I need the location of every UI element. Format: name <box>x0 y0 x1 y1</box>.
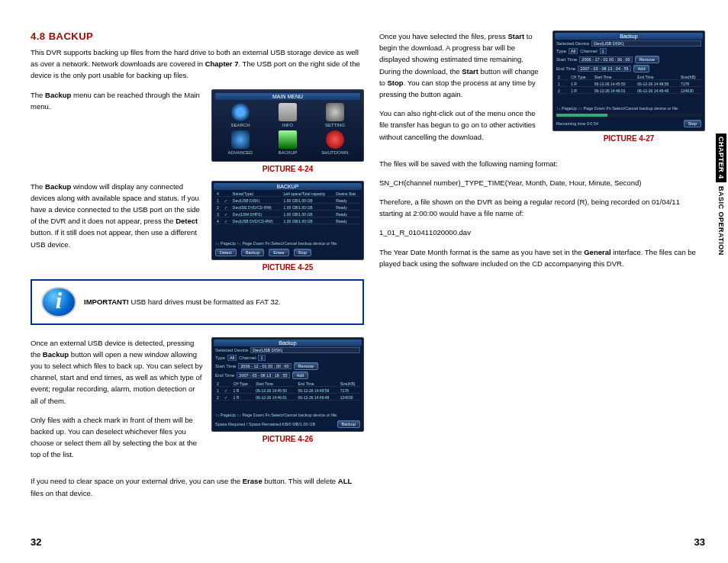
r1: Once you have selected the files, press … <box>379 31 545 100</box>
setting-icon <box>326 103 344 121</box>
backup-title-26: Backup <box>214 339 362 346</box>
file-table-27: 2CH TypeStart TimeEnd TimeSize(KB) 11 R0… <box>555 73 703 95</box>
r4: SN_CH(channel number)_TYPE_TIME(Year, Mo… <box>379 177 705 188</box>
backup-title-27: Backup <box>555 33 703 40</box>
p1: The Backup menu can be reached through t… <box>31 89 204 112</box>
r3: The files will be saved with the followi… <box>379 158 705 169</box>
table-row: 21 R06-12-26 14:46:0106-12-26 14:48:4812… <box>556 88 701 94</box>
erase-button: Erase <box>269 249 288 256</box>
menu-search: SEARCH <box>218 103 263 127</box>
search-icon <box>231 103 250 121</box>
menu-title: MAIN MENU <box>215 93 360 100</box>
table-row: 4✓Dev(USB DVD/CD-RW)1.00 GB/1.00 GBReady <box>215 219 360 224</box>
screenshot-4-25: BACKUP 4Name(Type)Left space/Total capac… <box>211 181 364 272</box>
important-box: IMPORTANT! USB hard drives must be forma… <box>31 279 364 325</box>
backup-icon <box>279 130 297 149</box>
menu-advanced: ADVANCED <box>218 130 263 155</box>
info-icon <box>279 103 297 121</box>
caption-4-26: PICTURE 4-26 <box>211 435 364 443</box>
backup-button-26: Backup <box>337 420 360 428</box>
r2: You can also right-click out of the menu… <box>379 108 545 143</box>
r5: Therefore, a file shown on the DVR as be… <box>379 196 705 219</box>
chapter-tab: CHAPTER 4 BASIC OPERATION <box>717 134 725 256</box>
detect-button: Detect <box>215 249 237 256</box>
backup-button: Backup <box>241 249 264 256</box>
p5: If you need to clear space on your exter… <box>31 475 364 498</box>
menu-shutdown: SHUTDOWN <box>313 130 357 155</box>
p4: Only files with a check mark in front of… <box>31 414 204 461</box>
caption-4-25: PICTURE 4-25 <box>211 263 364 272</box>
add-button: Add <box>292 372 309 379</box>
intro-bold: Chapter 7 <box>205 60 239 68</box>
screenshot-4-24: MAIN MENU SEARCH INFO SETTING ADVANCED B… <box>211 89 364 173</box>
add-button-27: Add <box>633 65 650 72</box>
shutdown-icon <box>326 130 344 149</box>
r6: 1_01_R_010411020000.dav <box>379 227 705 238</box>
menu-info: INFO <box>266 103 310 127</box>
caption-4-27: PICTURE 4-27 <box>552 134 705 143</box>
screenshot-4-26: Backup Selected DeviceDev(USB DISK) Type… <box>211 337 364 443</box>
section-header: 4.8 BACKUP <box>31 31 364 42</box>
info-icon <box>41 287 76 317</box>
table-row: 3✓Dev(1394 DHFS)1.00 GB/1.00 GBReady <box>215 212 360 217</box>
menu-setting: SETTING <box>313 103 357 127</box>
table-row: 1✓Dev(USB DISK)1.00 GB/1.00 GBReady <box>215 198 360 204</box>
table-row: 2✓Dev(IDE DVD/CD-RW)1.00 GB/1.00 GBReady <box>215 205 360 211</box>
stop-button: Stop <box>294 249 311 256</box>
table-row: 11 R06-12-26 14:45:5006-12-26 14:48:5971… <box>556 82 701 87</box>
file-table-26: 2CH TypeStart TimeEnd TimeSize(KB) 1✓1 R… <box>214 380 362 402</box>
p2: The Backup window will display any conne… <box>31 181 204 250</box>
progress-bar <box>556 114 701 117</box>
page-number-right: 33 <box>694 536 705 548</box>
stop-button-27: Stop <box>684 120 701 127</box>
remove-button-27: Remove <box>635 56 659 63</box>
table-row: 2✓1 R06-12-26 14:46:0106-12-26 14:48:481… <box>215 395 360 401</box>
page-number-left: 32 <box>31 536 41 548</box>
backup-title-25: BACKUP <box>214 183 362 190</box>
p3: Once an external USB device is detected,… <box>31 337 204 407</box>
hint-25: ↑↓ PageUp ↑↓ Page Down Fn Select/Cancel … <box>214 240 362 247</box>
caption-4-24: PICTURE 4-24 <box>211 165 364 173</box>
important-text: IMPORTANT! USB hard drives must be forma… <box>84 296 281 307</box>
table-row: 1✓1 R06-12-26 14:45:5006-12-26 14:48:597… <box>215 388 360 394</box>
advanced-icon <box>231 130 250 149</box>
remove-button: Remove <box>294 362 318 370</box>
screenshot-4-27: Backup Selected DeviceDev(USB DISK) Type… <box>552 31 705 143</box>
menu-backup: BACKUP <box>266 130 310 155</box>
backup-device-table: 4Name(Type)Left space/Total capacityDevi… <box>214 190 362 226</box>
r7: The Year Date Month format is the same a… <box>379 246 705 269</box>
intro-text: This DVR supports backing up files from … <box>31 47 364 82</box>
